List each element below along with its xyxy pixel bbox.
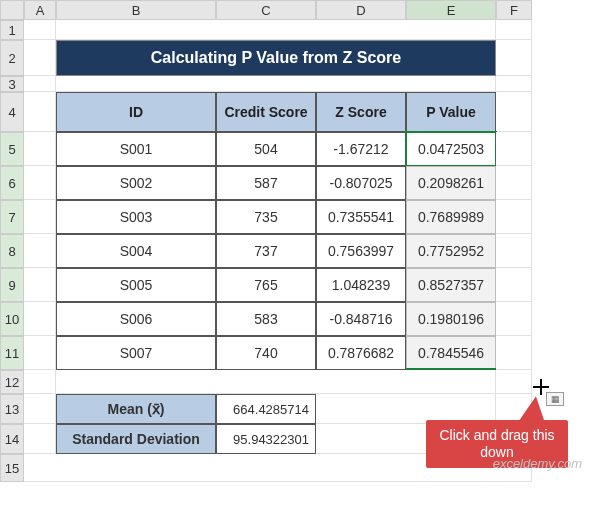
cell[interactable]: [24, 166, 56, 200]
cell[interactable]: [24, 132, 56, 166]
cell-e6[interactable]: 0.2098261: [406, 166, 496, 200]
cell[interactable]: [24, 40, 56, 76]
mean-value[interactable]: 664.4285714: [216, 394, 316, 424]
row-head-5[interactable]: 5: [0, 132, 24, 166]
data-id[interactable]: S005: [56, 268, 216, 302]
row-head-7[interactable]: 7: [0, 200, 24, 234]
cell-e7[interactable]: 0.7689989: [406, 200, 496, 234]
col-header-credit: Credit Score: [216, 92, 316, 132]
data-id[interactable]: S003: [56, 200, 216, 234]
data-credit[interactable]: 504: [216, 132, 316, 166]
spreadsheet-grid[interactable]: A B C D E F 1 2 Calculating P Value from…: [0, 0, 592, 482]
row-head-15[interactable]: 15: [0, 454, 24, 482]
data-id[interactable]: S006: [56, 302, 216, 336]
cell[interactable]: [496, 20, 532, 40]
row-head-11[interactable]: 11: [0, 336, 24, 370]
cell-e9[interactable]: 0.8527357: [406, 268, 496, 302]
col-head-b[interactable]: B: [56, 0, 216, 20]
cell[interactable]: [24, 76, 56, 92]
cell[interactable]: [496, 92, 532, 132]
sheet-title: Calculating P Value from Z Score: [56, 40, 496, 76]
row-head-6[interactable]: 6: [0, 166, 24, 200]
data-id[interactable]: S004: [56, 234, 216, 268]
cell[interactable]: [24, 394, 56, 424]
col-header-id: ID: [56, 92, 216, 132]
cell[interactable]: [24, 336, 56, 370]
data-credit[interactable]: 765: [216, 268, 316, 302]
cell[interactable]: [496, 76, 532, 92]
row-head-12[interactable]: 12: [0, 370, 24, 394]
row-head-1[interactable]: 1: [0, 20, 24, 40]
sd-label: Standard Deviation: [56, 424, 216, 454]
col-head-a[interactable]: A: [24, 0, 56, 20]
row-head-4[interactable]: 4: [0, 92, 24, 132]
row-head-10[interactable]: 10: [0, 302, 24, 336]
cell[interactable]: [56, 76, 496, 92]
data-credit[interactable]: 735: [216, 200, 316, 234]
cell-e11[interactable]: 0.7845546: [406, 336, 496, 370]
mean-label: Mean (x̄): [56, 394, 216, 424]
cell[interactable]: [24, 424, 56, 454]
cell[interactable]: [496, 370, 532, 394]
cell[interactable]: [56, 20, 496, 40]
col-head-e[interactable]: E: [406, 0, 496, 20]
data-z[interactable]: -0.848716: [316, 302, 406, 336]
col-header-z: Z Score: [316, 92, 406, 132]
data-credit[interactable]: 587: [216, 166, 316, 200]
cell[interactable]: [496, 132, 532, 166]
data-credit[interactable]: 583: [216, 302, 316, 336]
cell[interactable]: [24, 370, 56, 394]
row-head-8[interactable]: 8: [0, 234, 24, 268]
select-all-corner[interactable]: [0, 0, 24, 20]
cell-e8[interactable]: 0.7752952: [406, 234, 496, 268]
data-z[interactable]: 1.048239: [316, 268, 406, 302]
row-head-3[interactable]: 3: [0, 76, 24, 92]
cell[interactable]: [24, 302, 56, 336]
cell[interactable]: [24, 200, 56, 234]
cell-e5-selected[interactable]: 0.0472503: [406, 132, 496, 166]
data-z[interactable]: 0.7876682: [316, 336, 406, 370]
data-z[interactable]: 0.7355541: [316, 200, 406, 234]
fill-cursor-icon: [533, 379, 549, 395]
cell-e10[interactable]: 0.1980196: [406, 302, 496, 336]
cell[interactable]: [24, 20, 56, 40]
row-head-9[interactable]: 9: [0, 268, 24, 302]
cell[interactable]: [496, 268, 532, 302]
cell[interactable]: [496, 234, 532, 268]
cell[interactable]: [496, 200, 532, 234]
watermark: exceldemy.com: [493, 456, 582, 471]
data-credit[interactable]: 740: [216, 336, 316, 370]
data-z[interactable]: -0.807025: [316, 166, 406, 200]
cell[interactable]: [24, 234, 56, 268]
cell[interactable]: [496, 302, 532, 336]
col-header-p: P Value: [406, 92, 496, 132]
data-id[interactable]: S002: [56, 166, 216, 200]
cell[interactable]: [496, 166, 532, 200]
data-credit[interactable]: 737: [216, 234, 316, 268]
cell[interactable]: [56, 370, 496, 394]
cell[interactable]: [24, 268, 56, 302]
cell[interactable]: [496, 40, 532, 76]
col-head-f[interactable]: F: [496, 0, 532, 20]
data-id[interactable]: S007: [56, 336, 216, 370]
row-head-13[interactable]: 13: [0, 394, 24, 424]
col-head-d[interactable]: D: [316, 0, 406, 20]
row-head-14[interactable]: 14: [0, 424, 24, 454]
data-z[interactable]: -1.67212: [316, 132, 406, 166]
row-head-2[interactable]: 2: [0, 40, 24, 76]
data-z[interactable]: 0.7563997: [316, 234, 406, 268]
cell[interactable]: [24, 92, 56, 132]
data-id[interactable]: S001: [56, 132, 216, 166]
sd-value[interactable]: 95.94322301: [216, 424, 316, 454]
cell[interactable]: [496, 336, 532, 370]
col-head-c[interactable]: C: [216, 0, 316, 20]
